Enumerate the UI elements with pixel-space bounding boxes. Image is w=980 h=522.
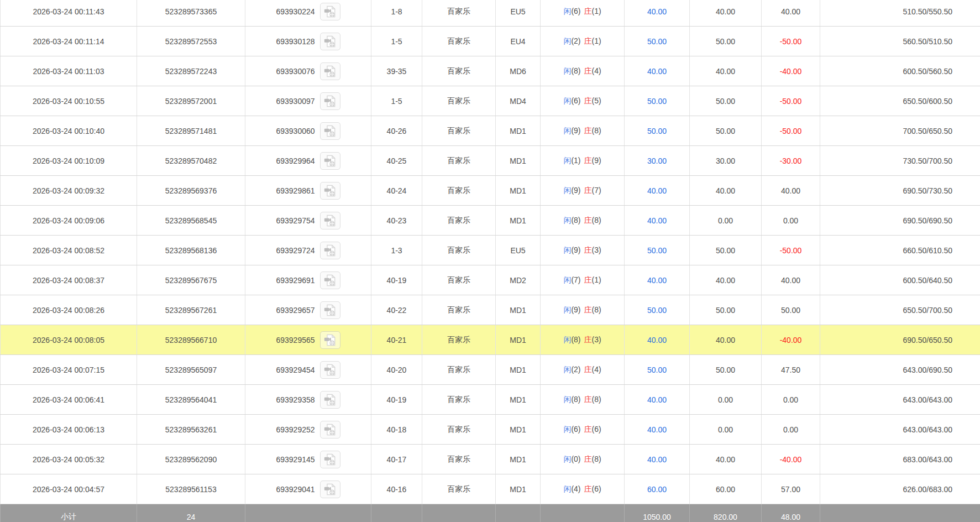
round-number: 40-18 — [371, 415, 422, 445]
round-number: 1-5 — [371, 27, 422, 56]
table-row[interactable]: 2026-03-24 00:08:05 523289566710 6939295… — [1, 325, 980, 355]
video-replay-button[interactable] — [320, 451, 340, 468]
video-replay-button[interactable] — [320, 92, 340, 110]
table-row[interactable]: 2026-03-24 00:06:41 523289564041 6939293… — [1, 385, 980, 415]
video-replay-button[interactable] — [320, 122, 340, 140]
banker-label: 庄 — [584, 275, 592, 284]
valid-amount: 40.00 — [690, 0, 762, 27]
video-replay-button[interactable] — [320, 391, 340, 409]
video-replay-button[interactable] — [320, 481, 340, 498]
banker-label: 庄 — [584, 246, 592, 254]
bet-amount-cell: 40.00 — [625, 445, 690, 474]
table-row[interactable]: 2026-03-24 00:10:40 523289571481 6939300… — [1, 116, 980, 146]
game-type: 百家乐 — [422, 86, 496, 116]
round-number: 1-3 — [371, 236, 422, 265]
subtotal-row: 小计 24 1050.00 820.00 48.00 — [1, 504, 980, 522]
bet-amount-link[interactable]: 40.00 — [647, 216, 667, 225]
win-loss: 0.00 — [762, 415, 820, 445]
table-row[interactable]: 2026-03-24 00:08:52 523289568136 6939297… — [1, 236, 980, 265]
table-row[interactable]: 2026-03-24 00:08:37 523289567675 6939296… — [1, 265, 980, 295]
player-label: 闲 — [563, 126, 571, 135]
bet-amount-link[interactable]: 60.00 — [647, 485, 667, 494]
bet-amount-link[interactable]: 30.00 — [647, 156, 667, 165]
valid-amount: 50.00 — [690, 116, 762, 146]
bet-amount-link[interactable]: 50.00 — [647, 306, 667, 315]
video-replay-button[interactable] — [320, 33, 340, 50]
bet-amount-link[interactable]: 50.00 — [647, 366, 667, 374]
bet-amount-link[interactable]: 50.00 — [647, 37, 667, 46]
order-number: 523289568545 — [137, 206, 245, 236]
bet-amount-cell: 30.00 — [625, 146, 690, 176]
player-label: 闲 — [563, 484, 571, 493]
video-replay-button[interactable] — [320, 182, 340, 200]
video-camera-icon — [323, 453, 337, 466]
player-label: 闲 — [563, 216, 571, 225]
result-cell: 闲(1)庄(9) — [541, 146, 625, 176]
player-label: 闲 — [563, 246, 571, 254]
table-row[interactable]: 2026-03-24 00:11:14 523289572553 6939301… — [1, 27, 980, 56]
bet-amount-cell: 40.00 — [625, 206, 690, 236]
player-score: (1) — [571, 156, 580, 165]
round-number: 40-20 — [371, 355, 422, 385]
round-number: 40-26 — [371, 116, 422, 146]
video-replay-button[interactable] — [320, 62, 340, 80]
balance: 690.50/650.50 — [820, 325, 980, 355]
bet-amount-link[interactable]: 40.00 — [647, 67, 667, 76]
video-replay-button[interactable] — [320, 272, 340, 289]
bet-time: 2026-03-24 00:10:55 — [1, 86, 137, 116]
round-number: 40-19 — [371, 385, 422, 415]
player-label: 闲 — [563, 395, 571, 404]
video-camera-icon — [323, 333, 337, 347]
balance: 626.00/683.00 — [820, 474, 980, 504]
video-replay-button[interactable] — [320, 361, 340, 379]
video-replay-button[interactable] — [320, 331, 340, 349]
video-replay-button[interactable] — [320, 242, 340, 259]
bet-amount-link[interactable]: 40.00 — [647, 425, 667, 434]
table-row[interactable]: 2026-03-24 00:04:57 523289561153 6939290… — [1, 474, 980, 504]
player-score: (0) — [571, 455, 580, 463]
game-type: 百家乐 — [422, 355, 496, 385]
banker-label: 庄 — [584, 186, 592, 195]
banker-score: (1) — [592, 36, 601, 45]
table-row[interactable]: 2026-03-24 00:09:32 523289569376 6939298… — [1, 176, 980, 206]
player-score: (8) — [571, 66, 580, 75]
bet-amount-link[interactable]: 40.00 — [647, 186, 667, 195]
bet-amount-link[interactable]: 40.00 — [647, 395, 667, 404]
win-loss: -30.00 — [762, 146, 820, 176]
game-number: 693929724 — [276, 246, 315, 255]
player-score: (9) — [571, 305, 580, 314]
game-number-cell: 693929145 — [245, 445, 371, 474]
round-number: 40-16 — [371, 474, 422, 504]
bet-amount-link[interactable]: 50.00 — [647, 246, 667, 255]
game-number-cell: 693929724 — [245, 236, 371, 265]
game-number: 693929754 — [276, 216, 315, 225]
table-row[interactable]: 2026-03-24 00:06:13 523289563261 6939292… — [1, 415, 980, 445]
bet-amount-link[interactable]: 40.00 — [647, 7, 667, 16]
video-replay-button[interactable] — [320, 3, 340, 20]
bet-amount-link[interactable]: 50.00 — [647, 127, 667, 135]
bet-history-viewport: 2026-03-24 00:11:43 523289573365 6939302… — [0, 0, 980, 522]
table-row[interactable]: 2026-03-24 00:10:09 523289570482 6939299… — [1, 146, 980, 176]
bet-amount-link[interactable]: 40.00 — [647, 336, 667, 344]
video-replay-button[interactable] — [320, 421, 340, 439]
table-row[interactable]: 2026-03-24 00:10:55 523289572001 6939300… — [1, 86, 980, 116]
bet-amount-link[interactable]: 40.00 — [647, 455, 667, 464]
table-row[interactable]: 2026-03-24 00:08:26 523289567261 6939296… — [1, 295, 980, 325]
video-replay-button[interactable] — [320, 152, 340, 170]
video-camera-icon — [323, 184, 337, 197]
win-loss: 50.00 — [762, 295, 820, 325]
bet-history-table: 2026-03-24 00:11:43 523289573365 6939302… — [0, 0, 980, 522]
table-row[interactable]: 2026-03-24 00:07:15 523289565097 6939294… — [1, 355, 980, 385]
video-replay-button[interactable] — [320, 301, 340, 319]
video-replay-button[interactable] — [320, 212, 340, 229]
table-row[interactable]: 2026-03-24 00:11:43 523289573365 6939302… — [1, 0, 980, 27]
bet-amount-cell: 50.00 — [625, 295, 690, 325]
game-number: 693929145 — [276, 455, 315, 464]
table-row[interactable]: 2026-03-24 00:11:03 523289572243 6939300… — [1, 56, 980, 86]
valid-amount: 60.00 — [690, 474, 762, 504]
bet-amount-link[interactable]: 50.00 — [647, 97, 667, 106]
table-row[interactable]: 2026-03-24 00:09:06 523289568545 6939297… — [1, 206, 980, 236]
banker-label: 庄 — [584, 7, 592, 15]
table-row[interactable]: 2026-03-24 00:05:32 523289562090 6939291… — [1, 445, 980, 474]
bet-amount-link[interactable]: 40.00 — [647, 276, 667, 285]
